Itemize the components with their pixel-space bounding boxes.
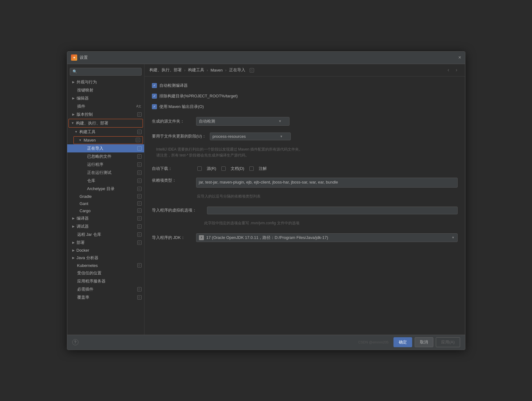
- bookmark-icon: □: [137, 240, 142, 245]
- sidebar-item-compiler[interactable]: ▶ 编译器 □: [67, 214, 144, 222]
- bookmark-icon: □: [137, 201, 142, 206]
- auto-detect-compiler-checkbox[interactable]: ✓: [152, 83, 157, 88]
- nav-forward-button[interactable]: ›: [453, 67, 460, 73]
- breadcrumb-part-1[interactable]: 构建、执行、部署: [149, 67, 182, 73]
- sidebar-item-repository[interactable]: 仓库 □: [67, 177, 144, 185]
- sidebar-item-label: 构建工具: [79, 129, 96, 135]
- sidebar-item-app-servers[interactable]: 应用程序服务器: [67, 277, 144, 285]
- sidebar-item-vcs[interactable]: ▶ 版本控制 □: [67, 110, 144, 119]
- search-box[interactable]: 🔍: [70, 68, 142, 76]
- annotations-checkbox[interactable]: [249, 166, 254, 171]
- close-button[interactable]: ×: [458, 55, 461, 60]
- sidebar-item-coverage[interactable]: 覆盖率 □: [67, 293, 144, 301]
- sidebar-item-label: 仓库: [87, 178, 95, 184]
- bookmark-icon: □: [137, 216, 142, 221]
- sidebar-item-docker[interactable]: ▶ Docker: [67, 247, 144, 254]
- sidebar-item-kubernetes[interactable]: Kubernetes □: [67, 262, 144, 269]
- sidebar-item-debugger[interactable]: ▶ 调试器 □: [67, 222, 144, 231]
- phase-hint-block: IntelliJ IDEA 需要执行列出的一个阶段以发现通过 Maven 插件配…: [155, 147, 458, 158]
- sidebar-item-deploy[interactable]: ▶ 部署 □: [67, 239, 144, 247]
- sidebar-item-trusted-locations[interactable]: 受信任的位置: [67, 269, 144, 277]
- sidebar-item-maven[interactable]: ▼ Maven □: [74, 137, 143, 144]
- vm-options-hint: 此字段中指定的选项会重写 .mvn/jvm.config 文件中的选项: [152, 221, 458, 226]
- sidebar-item-plugins[interactable]: 插件 A文: [67, 102, 144, 110]
- expand-icon: ▼: [75, 130, 78, 133]
- expand-icon: ▼: [79, 138, 82, 142]
- exclude-build-dir-label: 排除构建目录(%PROJECT_ROOT%/target): [159, 93, 238, 99]
- dependency-types-label: 依赖项类型：: [152, 178, 192, 183]
- ok-button[interactable]: 确定: [393, 337, 412, 347]
- sidebar-item-label: 正在运行测试: [87, 170, 111, 175]
- vm-options-input[interactable]: [207, 207, 458, 214]
- sidebar-item-importing[interactable]: 正在导入 □: [67, 144, 144, 152]
- sidebar-item-label: 远程 Jar 仓库: [77, 232, 101, 237]
- docs-checkbox[interactable]: [221, 166, 226, 171]
- sidebar-item-build-tools[interactable]: ▼ 构建工具 □: [67, 128, 144, 136]
- sidebar-item-runner[interactable]: 运行程序 □: [67, 161, 144, 169]
- help-button[interactable]: ?: [72, 339, 78, 345]
- auto-detect-compiler-label: 自动检测编译器: [159, 83, 188, 88]
- bookmark-icon: □: [137, 287, 142, 291]
- sidebar-item-label: 必需插件: [77, 287, 93, 292]
- sidebar-item-label: Gant: [80, 201, 88, 206]
- auto-download-row: 自动下载： 源(R) 文档(D) 注解: [152, 166, 458, 171]
- source-folder-row: 生成的源文件夹： 自动检测 ▼: [152, 117, 458, 126]
- sidebar-item-label: 调试器: [77, 224, 89, 229]
- sources-label: 源(R): [207, 166, 216, 171]
- sidebar-item-editor[interactable]: ▶ 编辑器: [67, 94, 144, 102]
- dropdown-arrow-icon: ▼: [280, 135, 283, 138]
- phase-row: 要用于文件夹更新的阶段(U)： process-resources ▼: [152, 133, 458, 140]
- app-logo: ✦: [71, 54, 77, 61]
- breadcrumb-nav: ‹ ›: [445, 67, 460, 73]
- sidebar-item-ignored[interactable]: 已忽略的文件 □: [67, 152, 144, 161]
- breadcrumb-bar: 构建、执行、部署 › 构建工具 › Maven › 正在导入 □ ‹ ›: [144, 64, 465, 77]
- vm-options-row: 导入程序的虚拟机选项：: [152, 207, 458, 214]
- sidebar-item-label: Maven: [83, 138, 96, 142]
- sidebar-item-gant[interactable]: Gant □: [67, 200, 144, 207]
- sidebar-item-label: Archetype 目录: [87, 186, 115, 192]
- sidebar-item-java-profiler[interactable]: ▶ Java 分析器: [67, 254, 144, 262]
- use-maven-output-checkbox[interactable]: ✓: [152, 104, 157, 109]
- jdk-select[interactable]: J 17 (Oracle OpenJDK 17.0.11，路径：D:/Progr…: [196, 233, 458, 242]
- expand-icon: ▶: [72, 241, 75, 244]
- sidebar-item-label: 运行程序: [87, 162, 103, 167]
- breadcrumb-bookmark[interactable]: □: [250, 68, 254, 72]
- search-input[interactable]: [78, 69, 139, 74]
- breadcrumb-part-2[interactable]: 构建工具: [188, 67, 204, 73]
- bookmark-icon: □: [137, 263, 142, 268]
- sidebar-item-remote-jar[interactable]: 远程 Jar 仓库 □: [67, 231, 144, 239]
- sidebar-item-keymap[interactable]: 按键映射: [67, 86, 144, 94]
- dependency-types-input[interactable]: jar, test-jar, maven-plugin, ejb, ejb-cl…: [196, 178, 458, 188]
- breadcrumb-part-3[interactable]: Maven: [210, 68, 223, 72]
- bookmark-icon: □: [137, 162, 142, 167]
- sidebar-item-gradle[interactable]: Gradle □: [67, 193, 144, 200]
- expand-icon: ▶: [72, 249, 75, 252]
- phase-value: process-resources: [213, 134, 246, 139]
- apply-button[interactable]: 应用(A): [436, 337, 460, 347]
- sidebar-item-archetype[interactable]: Archetype 目录 □: [67, 185, 144, 193]
- sidebar-item-build[interactable]: ▼ 构建、执行、部署: [69, 119, 143, 127]
- dropdown-arrow-icon: ▼: [452, 236, 455, 239]
- expand-icon: ▶: [72, 217, 75, 220]
- docs-label: 文档(D): [231, 166, 244, 171]
- cancel-button[interactable]: 取消: [415, 337, 433, 347]
- phase-hint-2: 请注意，所有 test-* 阶段都会先生成并编译生产源代码。: [155, 152, 458, 158]
- dropdown-arrow-icon: ▼: [279, 119, 282, 123]
- check-icon: ✓: [153, 84, 156, 87]
- sources-checkbox[interactable]: [197, 166, 202, 171]
- source-folder-select[interactable]: 自动检测 ▼: [196, 117, 290, 126]
- sidebar-item-required-plugins[interactable]: 必需插件 □: [67, 285, 144, 293]
- sidebar-item-label: 正在导入: [87, 146, 103, 151]
- breadcrumb-part-4: 正在导入: [229, 67, 245, 73]
- sidebar-item-label: Docker: [77, 248, 89, 253]
- sidebar-item-running-tests[interactable]: 正在运行测试 □: [67, 169, 144, 177]
- expand-icon: ▶: [72, 225, 75, 228]
- sidebar-item-cargo[interactable]: Cargo □: [67, 207, 144, 214]
- bookmark-icon: □: [137, 194, 142, 198]
- exclude-build-dir-checkbox[interactable]: ✓: [152, 94, 157, 99]
- use-maven-output-row: ✓ 使用 Maven 输出目录(O): [152, 104, 458, 110]
- bookmark-icon: □: [137, 112, 142, 117]
- phase-select[interactable]: process-resources ▼: [210, 133, 291, 140]
- sidebar-item-appearance[interactable]: ▶ 外观与行为: [67, 78, 144, 86]
- nav-back-button[interactable]: ‹: [445, 67, 452, 73]
